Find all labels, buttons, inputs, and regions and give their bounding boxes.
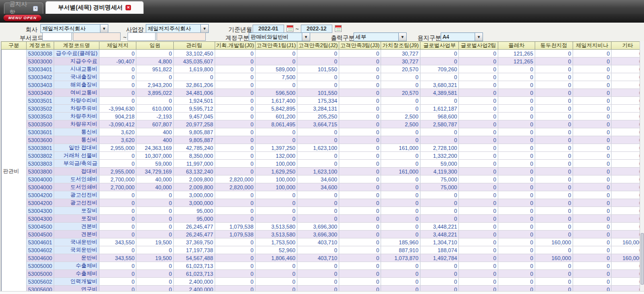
amount-cell[interactable]: 0 — [297, 207, 339, 215]
amount-cell[interactable]: 1,617,400 — [255, 97, 297, 105]
amount-cell[interactable]: 0 — [215, 144, 255, 152]
amount-cell[interactable]: 0 — [255, 50, 297, 58]
amount-cell[interactable]: 40,000 — [136, 183, 174, 191]
amount-cell[interactable]: 0 — [612, 81, 644, 89]
table-row[interactable]: 53003800접대비2,955,00034,729,16963,132,240… — [1, 168, 644, 176]
account-code-cell[interactable]: 53003800 — [27, 168, 54, 176]
amount-cell[interactable]: 0 — [573, 176, 612, 183]
amount-cell[interactable]: 3,620 — [99, 136, 136, 144]
amount-cell[interactable]: 0 — [255, 81, 297, 89]
amount-cell[interactable]: 0 — [297, 136, 339, 144]
amount-cell[interactable]: 0 — [535, 58, 573, 65]
column-header[interactable]: 임원 — [136, 42, 174, 50]
amount-cell[interactable]: 596,500 — [255, 89, 297, 97]
amount-cell[interactable]: 0 — [612, 176, 644, 183]
amount-cell[interactable]: 3,000,000 — [174, 199, 215, 207]
amount-cell[interactable]: 100,000 — [255, 183, 297, 191]
amount-cell[interactable]: 0 — [535, 246, 573, 254]
amount-cell[interactable]: 0 — [381, 152, 420, 160]
amount-cell[interactable]: 0 — [420, 262, 459, 270]
amount-cell[interactable]: 0 — [498, 168, 535, 176]
table-row[interactable]: 53004300포장비0095,00000000000000 — [1, 207, 644, 215]
amount-cell[interactable]: 0 — [459, 152, 498, 160]
amount-cell[interactable]: 0 — [498, 215, 535, 223]
amount-cell[interactable]: 0 — [339, 238, 381, 246]
amount-cell[interactable]: 0 — [573, 183, 612, 191]
table-row[interactable]: 53003600통신비3,6204009,805,88700000000000 — [1, 136, 644, 144]
amount-cell[interactable]: 30,727 — [381, 58, 420, 65]
amount-cell[interactable]: 3,448,221 — [420, 231, 459, 238]
amount-cell[interactable]: 0 — [215, 191, 255, 199]
amount-cell[interactable]: 0 — [535, 105, 573, 113]
period-from-input[interactable]: 2022-01 — [253, 25, 284, 33]
amount-cell[interactable]: -3,090,412 — [99, 120, 136, 128]
account-name-cell[interactable]: 포장비 — [54, 215, 99, 223]
amount-cell[interactable]: 0 — [535, 231, 573, 238]
amount-cell[interactable]: 0 — [612, 58, 644, 65]
amount-cell[interactable]: 0 — [459, 120, 498, 128]
amount-cell[interactable]: 0 — [255, 262, 297, 270]
amount-cell[interactable]: 0 — [99, 81, 136, 89]
amount-cell[interactable]: 0 — [498, 176, 535, 183]
dept-code-to-input[interactable] — [128, 32, 156, 41]
amount-cell[interactable]: 0 — [573, 223, 612, 231]
account-name-cell[interactable]: 시내교통비 — [54, 65, 99, 73]
amount-cell[interactable]: 101,550 — [297, 65, 339, 73]
account-name-cell[interactable]: 도서인쇄비 — [54, 176, 99, 183]
amount-cell[interactable]: 188,074 — [420, 246, 459, 254]
amount-cell[interactable]: 17,197,738 — [174, 246, 215, 254]
tab-expense-report[interactable]: 부서별(세목) 경비명세서 × — [45, 1, 144, 14]
account-code-cell[interactable]: 53003502 — [27, 105, 54, 113]
column-header[interactable]: 동두천지점 — [535, 42, 573, 50]
account-code-cell[interactable]: 53004300 — [27, 215, 54, 223]
amount-cell[interactable]: 0 — [535, 97, 573, 105]
amount-cell[interactable]: 1,612,187 — [420, 105, 459, 113]
amount-cell[interactable]: 4,119,300 — [420, 168, 459, 176]
account-code-cell[interactable]: 53005000 — [27, 262, 54, 270]
amount-cell[interactable]: 0 — [535, 128, 573, 136]
amount-cell[interactable]: 0 — [573, 254, 612, 262]
amount-cell[interactable]: 0 — [612, 278, 644, 286]
amount-cell[interactable]: 0 — [339, 58, 381, 65]
amount-cell[interactable]: 0 — [255, 58, 297, 65]
dept-code-to-name-field[interactable] — [157, 32, 206, 41]
amount-cell[interactable]: 0 — [612, 97, 644, 105]
amount-cell[interactable]: 63,132,240 — [174, 168, 215, 176]
amount-cell[interactable]: 0 — [99, 97, 136, 105]
account-name-cell[interactable]: 견본비 — [54, 223, 99, 231]
amount-cell[interactable]: 0 — [174, 73, 215, 81]
amount-cell[interactable]: 0 — [498, 65, 535, 73]
amount-cell[interactable]: 0 — [381, 105, 420, 113]
amount-cell[interactable]: 589,000 — [255, 65, 297, 73]
amount-cell[interactable]: 2,820,000 — [215, 176, 255, 183]
amount-cell[interactable]: 0 — [459, 215, 498, 223]
amount-cell[interactable]: 0 — [255, 136, 297, 144]
amount-cell[interactable]: 0 — [459, 160, 498, 168]
amount-cell[interactable]: 0 — [99, 207, 136, 215]
table-row[interactable]: 53004601국내운반비343,55019,50037,369,75001,7… — [1, 238, 644, 246]
amount-cell[interactable]: 0 — [612, 65, 644, 73]
amount-cell[interactable]: 0 — [339, 183, 381, 191]
amount-cell[interactable]: 0 — [215, 58, 255, 65]
amount-cell[interactable]: 709,260 — [420, 65, 459, 73]
amount-cell[interactable]: 0 — [255, 215, 297, 223]
amount-cell[interactable]: 33,102,450 — [174, 50, 215, 58]
account-name-cell[interactable]: 통신비 — [54, 128, 99, 136]
amount-cell[interactable]: 3,513,580 — [255, 231, 297, 238]
amount-cell[interactable]: 205,250 — [297, 113, 339, 120]
table-row[interactable]: 53003502차량주유비-3,994,630610,0009,595,7120… — [1, 105, 644, 113]
amount-cell[interactable]: 0 — [459, 254, 498, 262]
amount-cell[interactable]: 0 — [297, 160, 339, 168]
account-name-cell[interactable]: 포장비 — [54, 207, 99, 215]
amount-cell[interactable]: 0 — [612, 113, 644, 120]
amount-cell[interactable]: 0 — [498, 160, 535, 168]
menu-open-button[interactable]: MENU OPEN — [3, 15, 41, 21]
close-icon[interactable]: × — [126, 5, 131, 10]
amount-cell[interactable]: 0 — [612, 215, 644, 223]
amount-cell[interactable]: 0 — [573, 278, 612, 286]
amount-cell[interactable]: 0 — [498, 144, 535, 152]
amount-cell[interactable]: 0 — [99, 191, 136, 199]
amount-cell[interactable]: 400 — [136, 136, 174, 144]
amount-cell[interactable]: 0 — [498, 97, 535, 105]
amount-cell[interactable]: 0 — [459, 89, 498, 97]
